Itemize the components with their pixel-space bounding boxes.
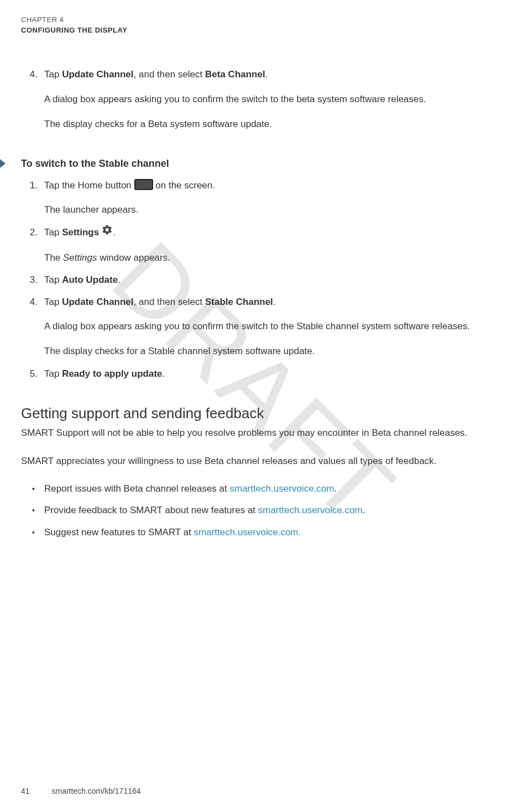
chapter-title: CONFIGURING THE DISPLAY — [21, 26, 508, 34]
page-footer: 41 smarttech.com/kb/171164 — [21, 787, 141, 795]
list-item: 3. Tap Auto Update. — [44, 273, 508, 287]
step-bold: Auto Update — [62, 275, 118, 285]
uservoice-link[interactable]: smarttech.uservoice.com. — [194, 527, 301, 537]
bullet-text: Provide feedback to SMART about new feat… — [44, 505, 258, 515]
step-bold: Update Channel — [62, 297, 133, 307]
home-button-icon — [134, 179, 153, 190]
chapter-label: CHAPTER 4 — [21, 15, 508, 24]
step-paragraph: The Settings window appears. — [44, 250, 508, 265]
bullet-text: . — [334, 483, 337, 494]
section-heading: To switch to the Stable channel — [0, 158, 508, 170]
step-paragraph: A dialog box appears asking you to confi… — [44, 92, 508, 107]
step-text: Tap — [44, 368, 62, 379]
step-number: 4. — [23, 295, 38, 309]
step-bold: Settings — [62, 227, 99, 238]
step-text: Tap — [44, 275, 62, 285]
list-item: 4. Tap Update Channel, and then select B… — [44, 67, 508, 131]
body-paragraph: SMART Support will not be able to help y… — [21, 425, 508, 441]
step-bold: Beta Channel — [205, 69, 265, 80]
step-bold: Ready to apply update — [62, 368, 162, 379]
step-text: , and then select — [134, 297, 205, 307]
uservoice-link[interactable]: smarttech.uservoice.com — [229, 483, 334, 494]
bullet-item: Provide feedback to SMART about new feat… — [44, 503, 508, 518]
step-number: 4. — [23, 67, 38, 82]
bullet-text: . — [363, 505, 365, 515]
step-text: . — [163, 368, 165, 379]
page-number: 41 — [21, 787, 30, 795]
bullet-text: Report issues with Beta channel releases… — [44, 483, 229, 494]
list-item: 4. Tap Update Channel, and then select S… — [44, 295, 508, 359]
step-text: Tap the Home button — [44, 180, 134, 191]
gear-icon — [102, 224, 113, 240]
step-paragraph: A dialog box appears asking you to confi… — [44, 319, 508, 334]
step-paragraph: The display checks for a Stable channel … — [44, 344, 508, 358]
bullet-item: Report issues with Beta channel releases… — [44, 482, 508, 496]
uservoice-link[interactable]: smarttech.uservoice.com — [258, 505, 363, 515]
step-bold: Stable Channel — [205, 297, 273, 307]
step-number: 3. — [23, 273, 38, 287]
step-text: Tap — [44, 227, 62, 238]
arrow-right-icon — [0, 159, 6, 168]
step-paragraph: The display checks for a Beta system sof… — [44, 117, 508, 131]
step-number: 5. — [23, 367, 38, 381]
step-text: , and then select — [134, 69, 205, 80]
list-item: 2. Tap Settings . The Settings window ap… — [44, 225, 508, 266]
step-paragraph: The launcher appears. — [44, 202, 508, 217]
step-number: 1. — [23, 178, 38, 193]
step-text: . — [265, 69, 268, 80]
list-item: 1. Tap the Home button on the screen. Th… — [44, 178, 508, 218]
bullet-text: Suggest new features to SMART at — [44, 527, 194, 537]
bullet-item: Suggest new features to SMART at smartte… — [44, 525, 508, 540]
step-text: . — [118, 275, 121, 285]
step-text: . — [113, 227, 116, 238]
step-text: on the screen. — [153, 180, 215, 191]
step-text: Tap — [44, 69, 62, 80]
step-bold: Update Channel — [62, 69, 133, 80]
section-title: To switch to the Stable channel — [21, 158, 169, 170]
step-number: 2. — [23, 225, 38, 240]
body-paragraph: SMART appreciates your willingness to us… — [21, 454, 508, 470]
step-text: Tap — [44, 297, 62, 307]
step-text: . — [273, 297, 276, 307]
heading-support: Getting support and sending feedback — [21, 405, 508, 422]
footer-url: smarttech.com/kb/171164 — [51, 787, 140, 795]
list-item: 5. Tap Ready to apply update. — [44, 367, 508, 381]
